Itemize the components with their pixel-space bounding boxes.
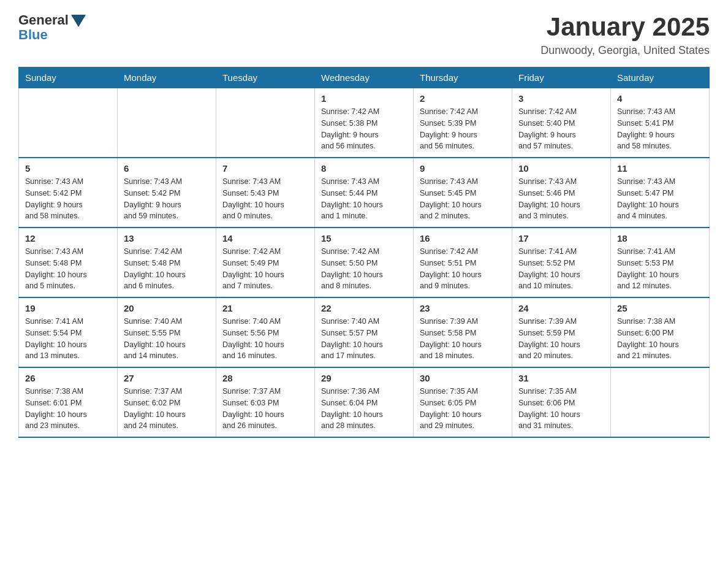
calendar-cell-w1-d3 [216,88,315,158]
calendar-cell-w3-d5: 16Sunrise: 7:42 AMSunset: 5:51 PMDayligh… [414,228,512,297]
week-row-1: 1Sunrise: 7:42 AMSunset: 5:38 PMDaylight… [19,88,710,158]
location-label: Dunwoody, Georgia, United States [540,44,710,57]
day-number: 11 [617,163,703,174]
day-number: 23 [420,303,506,313]
calendar-cell-w4-d7: 25Sunrise: 7:38 AMSunset: 6:00 PMDayligh… [611,297,710,367]
day-info: Sunrise: 7:39 AMSunset: 5:58 PMDaylight:… [420,316,506,362]
day-info: Sunrise: 7:42 AMSunset: 5:48 PMDaylight:… [124,246,210,292]
day-info: Sunrise: 7:40 AMSunset: 5:56 PMDaylight:… [222,316,308,362]
col-friday: Friday [512,67,611,88]
day-number: 4 [617,93,703,104]
calendar-cell-w3-d7: 18Sunrise: 7:41 AMSunset: 5:53 PMDayligh… [611,228,710,297]
calendar-header-row: Sunday Monday Tuesday Wednesday Thursday… [19,67,710,88]
col-tuesday: Tuesday [216,67,315,88]
day-info: Sunrise: 7:41 AMSunset: 5:52 PMDaylight:… [518,246,604,292]
day-number: 16 [420,233,506,243]
col-sunday: Sunday [19,67,118,88]
col-wednesday: Wednesday [315,67,414,88]
day-number: 14 [222,233,308,243]
day-number: 26 [25,373,111,383]
day-info: Sunrise: 7:43 AMSunset: 5:48 PMDaylight:… [25,246,111,292]
calendar-cell-w4-d1: 19Sunrise: 7:41 AMSunset: 5:54 PMDayligh… [19,297,118,367]
calendar-cell-w4-d6: 24Sunrise: 7:39 AMSunset: 5:59 PMDayligh… [512,297,611,367]
logo-blue-text: Blue [18,27,48,43]
day-number: 7 [222,163,308,174]
day-info: Sunrise: 7:36 AMSunset: 6:04 PMDaylight:… [321,386,407,432]
day-info: Sunrise: 7:42 AMSunset: 5:50 PMDaylight:… [321,246,407,292]
day-number: 10 [518,163,604,174]
day-number: 25 [617,303,703,313]
day-info: Sunrise: 7:40 AMSunset: 5:57 PMDaylight:… [321,316,407,362]
day-number: 6 [124,163,210,174]
day-number: 29 [321,373,407,383]
week-row-2: 5Sunrise: 7:43 AMSunset: 5:42 PMDaylight… [19,158,710,228]
day-info: Sunrise: 7:42 AMSunset: 5:40 PMDaylight:… [518,106,604,152]
calendar-cell-w1-d5: 2Sunrise: 7:42 AMSunset: 5:39 PMDaylight… [414,88,512,158]
logo-triangle-icon [71,15,86,27]
calendar-cell-w5-d7 [611,367,710,437]
day-number: 30 [420,373,506,383]
calendar-cell-w4-d3: 21Sunrise: 7:40 AMSunset: 5:56 PMDayligh… [216,297,315,367]
calendar-cell-w5-d2: 27Sunrise: 7:37 AMSunset: 6:02 PMDayligh… [118,367,216,437]
day-number: 27 [124,373,210,383]
day-info: Sunrise: 7:38 AMSunset: 6:00 PMDaylight:… [617,316,703,362]
day-info: Sunrise: 7:43 AMSunset: 5:45 PMDaylight:… [420,176,506,222]
calendar-cell-w5-d5: 30Sunrise: 7:35 AMSunset: 6:05 PMDayligh… [414,367,512,437]
calendar-cell-w4-d5: 23Sunrise: 7:39 AMSunset: 5:58 PMDayligh… [414,297,512,367]
day-info: Sunrise: 7:38 AMSunset: 6:01 PMDaylight:… [25,386,111,432]
day-number: 21 [222,303,308,313]
calendar-cell-w2-d3: 7Sunrise: 7:43 AMSunset: 5:43 PMDaylight… [216,158,315,228]
day-info: Sunrise: 7:42 AMSunset: 5:51 PMDaylight:… [420,246,506,292]
day-info: Sunrise: 7:37 AMSunset: 6:02 PMDaylight:… [124,386,210,432]
day-number: 28 [222,373,308,383]
day-info: Sunrise: 7:41 AMSunset: 5:54 PMDaylight:… [25,316,111,362]
calendar-table: Sunday Monday Tuesday Wednesday Thursday… [18,67,710,438]
calendar-cell-w5-d3: 28Sunrise: 7:37 AMSunset: 6:03 PMDayligh… [216,367,315,437]
title-area: January 2025 Dunwoody, Georgia, United S… [540,12,710,57]
logo: General Blue [18,12,86,43]
day-number: 9 [420,163,506,174]
day-info: Sunrise: 7:43 AMSunset: 5:47 PMDaylight:… [617,176,703,222]
day-info: Sunrise: 7:39 AMSunset: 5:59 PMDaylight:… [518,316,604,362]
calendar-cell-w2-d1: 5Sunrise: 7:43 AMSunset: 5:42 PMDaylight… [19,158,118,228]
day-number: 13 [124,233,210,243]
day-number: 2 [420,93,506,104]
day-number: 22 [321,303,407,313]
calendar-cell-w1-d7: 4Sunrise: 7:43 AMSunset: 5:41 PMDaylight… [611,88,710,158]
day-number: 8 [321,163,407,174]
calendar-cell-w3-d2: 13Sunrise: 7:42 AMSunset: 5:48 PMDayligh… [118,228,216,297]
day-number: 12 [25,233,111,243]
day-number: 1 [321,93,407,104]
day-info: Sunrise: 7:40 AMSunset: 5:55 PMDaylight:… [124,316,210,362]
week-row-5: 26Sunrise: 7:38 AMSunset: 6:01 PMDayligh… [19,367,710,437]
col-monday: Monday [118,67,216,88]
calendar-cell-w4-d4: 22Sunrise: 7:40 AMSunset: 5:57 PMDayligh… [315,297,414,367]
month-title: January 2025 [540,12,710,42]
calendar-cell-w1-d1 [19,88,118,158]
logo-general-text: General [18,12,69,28]
calendar-cell-w2-d7: 11Sunrise: 7:43 AMSunset: 5:47 PMDayligh… [611,158,710,228]
calendar-cell-w4-d2: 20Sunrise: 7:40 AMSunset: 5:55 PMDayligh… [118,297,216,367]
col-thursday: Thursday [414,67,512,88]
day-number: 19 [25,303,111,313]
day-number: 15 [321,233,407,243]
calendar-cell-w1-d2 [118,88,216,158]
col-saturday: Saturday [611,67,710,88]
day-info: Sunrise: 7:43 AMSunset: 5:41 PMDaylight:… [617,106,703,152]
day-info: Sunrise: 7:37 AMSunset: 6:03 PMDaylight:… [222,386,308,432]
week-row-4: 19Sunrise: 7:41 AMSunset: 5:54 PMDayligh… [19,297,710,367]
day-info: Sunrise: 7:43 AMSunset: 5:42 PMDaylight:… [25,176,111,222]
day-info: Sunrise: 7:43 AMSunset: 5:43 PMDaylight:… [222,176,308,222]
day-number: 24 [518,303,604,313]
day-number: 20 [124,303,210,313]
calendar-cell-w5-d6: 31Sunrise: 7:35 AMSunset: 6:06 PMDayligh… [512,367,611,437]
day-info: Sunrise: 7:35 AMSunset: 6:05 PMDaylight:… [420,386,506,432]
day-number: 3 [518,93,604,104]
day-info: Sunrise: 7:42 AMSunset: 5:38 PMDaylight:… [321,106,407,152]
day-info: Sunrise: 7:35 AMSunset: 6:06 PMDaylight:… [518,386,604,432]
day-info: Sunrise: 7:43 AMSunset: 5:46 PMDaylight:… [518,176,604,222]
day-info: Sunrise: 7:43 AMSunset: 5:42 PMDaylight:… [124,176,210,222]
day-number: 31 [518,373,604,383]
day-number: 18 [617,233,703,243]
day-number: 5 [25,163,111,174]
